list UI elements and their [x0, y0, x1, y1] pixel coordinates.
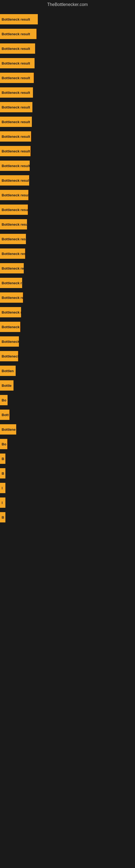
bar-row: Bottleneck result: [0, 173, 135, 188]
bottleneck-bar: Bottleneck r: [0, 278, 22, 288]
bottleneck-label: B: [2, 471, 4, 475]
bottleneck-bar: l: [0, 497, 5, 508]
bottleneck-label: Bottleneck res: [2, 354, 18, 358]
bottleneck-bar: Bottleneck res: [0, 351, 18, 361]
bottleneck-bar: Bottleneck result: [0, 219, 27, 229]
bottleneck-bar: Bottleneck result: [0, 175, 29, 186]
bottleneck-bar: Bottleneck result: [0, 248, 25, 259]
bottleneck-label: Bottleneck resu: [2, 296, 23, 300]
bottleneck-label: Bottleneck result: [2, 76, 30, 80]
bottleneck-label: Bottleneck r: [2, 281, 22, 285]
bar-row: Bo: [0, 437, 135, 452]
bottleneck-label: Bottleneck result: [2, 61, 30, 65]
bottleneck-bar: Bottleneck: [0, 336, 19, 347]
bar-row: l: [0, 480, 135, 495]
bottleneck-label: B: [2, 516, 4, 520]
bottleneck-label: Bottleneck result: [2, 252, 25, 256]
bar-row: Bottlene: [0, 422, 135, 437]
bar-row: Bottlen: [0, 364, 135, 378]
bar-row: Bottleneck res: [0, 349, 135, 364]
bottleneck-label: Bottleneck result: [2, 134, 30, 138]
bottleneck-label: Bottleneck result: [2, 46, 30, 51]
bottleneck-bar: B: [0, 468, 5, 478]
bar-row: B: [0, 466, 135, 480]
bar-row: Bottleneck resu: [0, 290, 135, 305]
bottleneck-label: Bottleneck result: [2, 208, 28, 212]
bottleneck-bar: Bottleneck result: [0, 322, 20, 332]
bottleneck-bar: Bottleneck result: [0, 146, 31, 156]
site-title: TheBottlenecker.com: [0, 0, 135, 9]
bottleneck-bar: l: [0, 483, 5, 493]
bottleneck-label: Bottleneck result: [2, 18, 30, 22]
bottleneck-label: l: [2, 486, 3, 490]
bar-row: Bo: [0, 393, 135, 407]
bar-row: Bottleneck result: [0, 41, 135, 56]
bottleneck-bar: Bottleneck result: [0, 161, 30, 171]
bottleneck-label: Bottleneck result: [2, 164, 30, 168]
bar-row: Bottleneck result: [0, 319, 135, 334]
bottleneck-bar: Bottlene: [0, 424, 16, 435]
bar-row: Bottleneck result: [0, 129, 135, 144]
bar-row: Bottleneck result: [0, 188, 135, 203]
bar-row: Bottleneck result: [0, 100, 135, 115]
bottleneck-bar: Bottleneck resul: [0, 234, 26, 244]
bar-row: Bottleneck resul: [0, 231, 135, 246]
bottleneck-bar: B: [0, 512, 5, 522]
bottleneck-bar: Bo: [0, 439, 7, 449]
bar-row: Bottleneck resu: [0, 261, 135, 276]
bottleneck-label: Bottlen: [2, 369, 14, 373]
bar-row: Bottleneck result: [0, 27, 135, 41]
bar-row: Bottleneck result: [0, 85, 135, 100]
bar-row: l: [0, 495, 135, 510]
bar-row: Bottleneck result: [0, 115, 135, 129]
bottleneck-label: Bottleneck result: [2, 91, 30, 95]
bottleneck-label: Bottleneck result: [2, 120, 30, 124]
bar-row: Bottleneck r: [0, 276, 135, 290]
bottleneck-bar: Bottleneck result: [0, 190, 28, 200]
bar-row: Bottleneck result: [0, 12, 135, 27]
bottleneck-bar: Bottleneck result: [0, 29, 37, 39]
bars-container: Bottleneck resultBottleneck resultBottle…: [0, 9, 135, 527]
bottleneck-label: Bottleneck resul: [2, 237, 26, 241]
bottleneck-bar: Bottleneck result: [0, 58, 35, 68]
bottleneck-label: Bottleneck result: [2, 325, 20, 329]
bar-row: Bottleneck result: [0, 158, 135, 173]
bar-row: Bottleneck result: [0, 203, 135, 217]
bottleneck-label: Bo: [2, 442, 6, 446]
bottleneck-label: Bottleneck result: [2, 105, 30, 109]
bar-row: Bott: [0, 407, 135, 422]
bottleneck-label: Bott: [2, 413, 9, 417]
bar-row: Bottleneck result: [0, 70, 135, 85]
bar-row: B: [0, 510, 135, 525]
bar-row: Bottle: [0, 378, 135, 393]
bottleneck-bar: Bottleneck result: [0, 131, 31, 142]
bottleneck-label: Bottleneck resu: [2, 267, 24, 271]
bottleneck-bar: Bott: [0, 410, 9, 420]
bottleneck-bar: Bottle: [0, 380, 13, 391]
bottleneck-bar: Bo: [0, 395, 8, 405]
bottleneck-label: Bottleneck re: [2, 310, 21, 314]
bottleneck-label: Bottleneck result: [2, 193, 28, 197]
bottleneck-bar: Bottleneck re: [0, 307, 21, 317]
bottleneck-bar: Bottlen: [0, 366, 16, 376]
bar-row: B: [0, 452, 135, 466]
bottleneck-label: Bottle: [2, 383, 12, 388]
bottleneck-label: Bottleneck result: [2, 179, 29, 183]
bottleneck-bar: Bottleneck resu: [0, 263, 24, 273]
bottleneck-bar: B: [0, 454, 5, 464]
bottleneck-bar: Bottleneck result: [0, 117, 32, 127]
bar-row: Bottleneck: [0, 334, 135, 349]
bottleneck-label: l: [2, 501, 3, 505]
bottleneck-label: B: [2, 457, 4, 461]
bottleneck-bar: Bottleneck result: [0, 102, 32, 112]
bottleneck-bar: Bottleneck result: [0, 14, 38, 24]
bar-row: Bottleneck result: [0, 217, 135, 231]
bottleneck-label: Bottleneck: [2, 340, 19, 344]
bottleneck-label: Bo: [2, 398, 6, 402]
bar-row: Bottleneck result: [0, 144, 135, 158]
bottleneck-label: Bottleneck result: [2, 32, 30, 36]
bottleneck-bar: Bottleneck result: [0, 73, 34, 83]
bottleneck-label: Bottlene: [2, 428, 16, 432]
bottleneck-bar: Bottleneck result: [0, 87, 33, 98]
bottleneck-label: Bottleneck result: [2, 149, 30, 153]
